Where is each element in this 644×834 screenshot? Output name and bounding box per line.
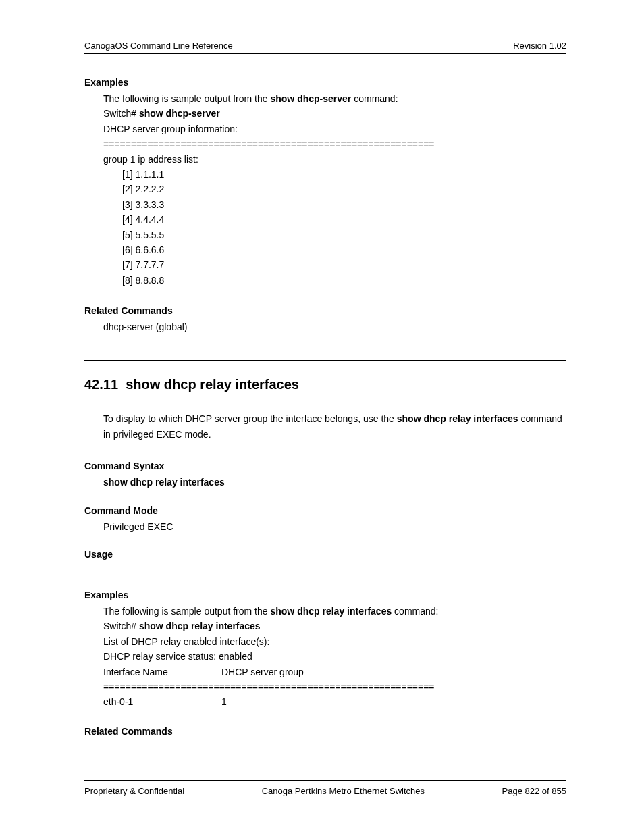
- output-divider: ========================================…: [103, 136, 566, 151]
- table-row: eth-0-1 1: [103, 694, 566, 709]
- intro-cmd: show dhcp-server: [270, 93, 351, 104]
- prompt-line: Switch# show dhcp relay interfaces: [103, 619, 566, 633]
- ip-entry: [5] 5.5.5.5: [122, 228, 566, 242]
- row-group: 1: [221, 694, 227, 709]
- section-divider: [84, 360, 566, 361]
- output-divider: ========================================…: [103, 679, 566, 694]
- usage-heading: Usage: [84, 549, 566, 560]
- ip-entry: [2] 2.2.2.2: [122, 182, 566, 197]
- prompt-cmd: show dhcp relay interfaces: [139, 621, 261, 631]
- col-interface-name: Interface Name: [103, 664, 221, 679]
- footer-left: Proprietary & Confidential: [84, 786, 184, 796]
- ip-entry: [3] 3.3.3.3: [122, 197, 566, 212]
- intro-pre: The following is sample output from the: [103, 606, 270, 617]
- intro-post: command:: [392, 606, 438, 617]
- footer-center: Canoga Pertkins Metro Ethernet Switches: [262, 786, 425, 796]
- ip-entry: [7] 7.7.7.7: [122, 257, 566, 272]
- document-page: CanogaOS Command Line Reference Revision…: [0, 0, 644, 834]
- section-number: 42.11: [84, 377, 118, 392]
- footer-right: Page 822 of 855: [502, 786, 566, 796]
- table-header: Interface Name DHCP server group: [103, 664, 566, 679]
- prompt: Switch#: [103, 621, 139, 631]
- header-left: CanogaOS Command Line Reference: [84, 41, 233, 51]
- prompt-line: Switch# show dhcp-server: [103, 106, 566, 121]
- examples2-intro: The following is sample output from the …: [103, 604, 566, 619]
- ip-entry: [8] 8.8.8.8: [122, 273, 566, 288]
- col-dhcp-group: DHCP server group: [221, 664, 304, 679]
- ip-entry: [1] 1.1.1.1: [122, 167, 566, 182]
- section-desc: To display to which DHCP server group th…: [103, 411, 566, 442]
- page-footer: Proprietary & Confidential Canoga Pertki…: [84, 780, 566, 796]
- desc-pre: To display to which DHCP server group th…: [103, 413, 397, 424]
- syntax-heading: Command Syntax: [84, 461, 566, 471]
- prompt-cmd: show dhcp-server: [139, 108, 220, 119]
- intro-cmd: show dhcp relay interfaces: [270, 606, 392, 617]
- output-line: DHCP relay service status: enabled: [103, 649, 566, 664]
- examples-intro: The following is sample output from the …: [103, 91, 566, 106]
- row-interface: eth-0-1: [103, 694, 221, 709]
- intro-pre: The following is sample output from the: [103, 93, 270, 104]
- section-name: show dhcp relay interfaces: [126, 377, 299, 392]
- syntax-value: show dhcp relay interfaces: [103, 475, 566, 490]
- group-label: group 1 ip address list:: [103, 152, 566, 167]
- ip-entry: [6] 6.6.6.6: [122, 242, 566, 257]
- ip-entry: [4] 4.4.4.4: [122, 212, 566, 227]
- mode-heading: Command Mode: [84, 505, 566, 516]
- desc-cmd: show dhcp relay interfaces: [397, 413, 518, 424]
- section-title: 42.11 show dhcp relay interfaces: [84, 377, 566, 392]
- related-cmd: dhcp-server (global): [103, 319, 566, 334]
- examples2-heading: Examples: [84, 590, 566, 600]
- examples-heading: Examples: [84, 77, 566, 88]
- intro-post: command:: [351, 93, 398, 104]
- header-right: Revision 1.02: [513, 41, 566, 51]
- page-header: CanogaOS Command Line Reference Revision…: [84, 41, 566, 54]
- output-line: List of DHCP relay enabled interface(s):: [103, 634, 566, 649]
- mode-value: Privileged EXEC: [103, 519, 566, 534]
- prompt: Switch#: [103, 108, 139, 119]
- related2-heading: Related Commands: [84, 726, 566, 737]
- output-line: DHCP server group information:: [103, 122, 566, 136]
- related-heading: Related Commands: [84, 305, 566, 316]
